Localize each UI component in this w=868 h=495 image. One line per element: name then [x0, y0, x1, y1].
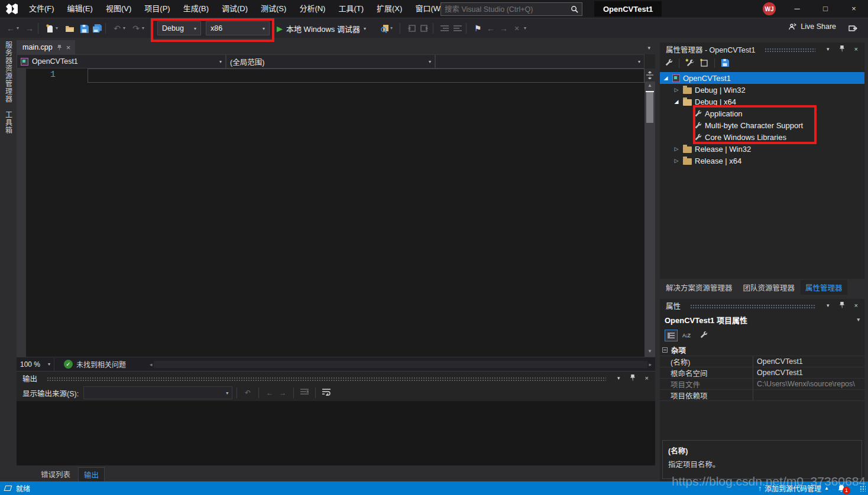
previous-message-icon[interactable]: ←: [263, 389, 276, 397]
navigate-back-dropdown-icon[interactable]: ▾: [17, 25, 19, 31]
menu-item-file[interactable]: 文件(F): [22, 0, 61, 18]
expander-icon[interactable]: ▷: [673, 146, 680, 152]
tree-item-release-x64[interactable]: ▷ Release | x64: [660, 155, 864, 167]
next-message-icon[interactable]: →: [276, 389, 289, 397]
new-file-icon[interactable]: [44, 22, 56, 34]
tab-team-explorer[interactable]: 团队资源管理器: [739, 280, 800, 295]
live-share-button[interactable]: Live Share: [788, 22, 836, 31]
menu-item-debug[interactable]: 调试(D): [215, 0, 254, 18]
expander-icon[interactable]: ▷: [673, 87, 680, 93]
toolbar-overflow-icon[interactable]: ▾: [390, 25, 393, 31]
search-box[interactable]: [441, 2, 582, 16]
property-value[interactable]: [753, 390, 864, 400]
property-row[interactable]: 项目文件 C:\Users\Wenxi\source\repos\: [660, 378, 864, 389]
code-editor[interactable]: 1 ▲ ▼: [17, 69, 655, 357]
categorized-view-icon[interactable]: [665, 330, 678, 341]
close-icon[interactable]: ×: [851, 302, 861, 309]
pin-icon[interactable]: [627, 374, 639, 382]
scrollbar-track[interactable]: [154, 361, 648, 368]
property-value[interactable]: OpenCVTest1: [753, 356, 864, 367]
property-row[interactable]: 项目依赖项: [660, 389, 864, 400]
tree-item-release-win32[interactable]: ▷ Release | Win32: [660, 143, 864, 155]
tree-item-application[interactable]: Application: [660, 108, 864, 119]
zoom-dropdown[interactable]: 100 % ▾: [17, 358, 54, 371]
notifications-button[interactable]: 1: [837, 484, 846, 493]
category-row-misc[interactable]: 杂项: [660, 344, 864, 356]
output-source-dropdown[interactable]: ▾: [83, 386, 232, 399]
menu-item-test[interactable]: 测试(S): [254, 0, 293, 18]
document-health-indicator[interactable]: ✓ 未找到相关问题: [64, 359, 126, 369]
properties-object-dropdown[interactable]: OpenCVTest1 项目属性 ▾: [660, 312, 864, 327]
nav-type-dropdown[interactable]: OpenCVTest1 ▾: [17, 54, 226, 69]
property-row[interactable]: (名称) OpenCVTest1: [660, 356, 864, 367]
window-position-dropdown-icon[interactable]: ▾: [824, 46, 833, 52]
bookmark-icon[interactable]: ⚑: [472, 22, 484, 34]
sidebar-item-toolbox[interactable]: 工具箱: [4, 111, 14, 134]
menu-item-tools[interactable]: 工具(T): [332, 0, 370, 18]
save-all-icon[interactable]: [91, 22, 103, 34]
close-icon[interactable]: ×: [66, 43, 71, 52]
scroll-right-icon[interactable]: ▸: [649, 362, 652, 367]
collapse-category-icon[interactable]: [662, 347, 668, 353]
navigate-forward-icon[interactable]: →: [24, 22, 35, 34]
window-position-dropdown-icon[interactable]: ▾: [824, 302, 833, 308]
split-editor-handle[interactable]: [644, 69, 655, 82]
properties-title-bar[interactable]: 属性 ▾ ×: [660, 299, 864, 312]
tab-output[interactable]: 输出: [78, 467, 105, 482]
scrollbar-thumb[interactable]: [646, 92, 653, 123]
close-icon[interactable]: ×: [851, 45, 861, 53]
nav-scope-dropdown[interactable]: (全局范围) ▾: [226, 54, 435, 69]
toolbar-overflow-icon[interactable]: ▾: [524, 25, 526, 31]
redo-dropdown-icon[interactable]: ▾: [142, 25, 144, 31]
tab-solution-explorer[interactable]: 解决方案资源管理器: [661, 280, 737, 295]
editor-content[interactable]: [88, 69, 644, 357]
alphabetical-sort-icon[interactable]: A↓Z: [682, 333, 690, 338]
undo-dropdown-icon[interactable]: ▾: [123, 25, 125, 31]
tree-item-core-windows-libraries[interactable]: Core Windows Libraries: [660, 131, 864, 143]
property-value[interactable]: OpenCVTest1: [753, 367, 864, 378]
previous-bookmark-icon[interactable]: ←: [485, 22, 497, 34]
properties-icon[interactable]: [665, 58, 673, 69]
expander-icon[interactable]: ◢: [673, 99, 680, 105]
resize-grip[interactable]: [860, 486, 866, 491]
menu-item-extensions[interactable]: 扩展(X): [370, 0, 409, 18]
tree-item-multibyte[interactable]: Multi-byte Character Support: [660, 119, 864, 131]
tree-item-project[interactable]: ◢ OpenCVTest1: [660, 72, 864, 84]
property-manager-title-bar[interactable]: 属性管理器 - OpenCVTest1 ▾ ×: [660, 43, 864, 56]
property-pages-icon[interactable]: [699, 331, 708, 341]
solution-platform-dropdown[interactable]: x86 ▾: [206, 21, 270, 35]
open-file-icon[interactable]: [64, 22, 76, 34]
menu-item-project[interactable]: 项目(P): [138, 0, 176, 18]
save-icon[interactable]: [721, 58, 729, 69]
search-input[interactable]: [445, 5, 571, 14]
close-icon[interactable]: ×: [642, 374, 652, 382]
menu-item-edit[interactable]: 编辑(E): [61, 0, 99, 18]
avatar[interactable]: WJ: [763, 2, 776, 15]
menu-item-view[interactable]: 视图(V): [99, 0, 138, 18]
indent-decrease-icon[interactable]: [439, 22, 451, 34]
navigate-back-icon[interactable]: ←: [5, 22, 17, 34]
new-file-dropdown-icon[interactable]: ▾: [56, 25, 58, 31]
pin-icon[interactable]: [836, 301, 848, 310]
start-debugging-button[interactable]: ▶ 本地 Windows 调试器 ▾: [277, 21, 366, 35]
indent-increase-icon[interactable]: [452, 22, 464, 34]
menu-item-analyze[interactable]: 分析(N): [293, 0, 332, 18]
output-content[interactable]: [17, 401, 655, 465]
close-icon[interactable]: ×: [840, 0, 868, 18]
breakpoint-margin[interactable]: [17, 69, 26, 357]
undo-icon[interactable]: ↶: [111, 22, 123, 34]
maximize-icon[interactable]: □: [811, 0, 840, 18]
attach-process-icon[interactable]: [378, 22, 390, 34]
add-existing-property-sheet-icon[interactable]: [700, 58, 708, 69]
add-to-source-control-button[interactable]: ↑ 添加到源代码管理 ▲: [758, 483, 829, 493]
output-title-bar[interactable]: 输出 ▾ ×: [17, 372, 655, 385]
word-wrap-icon[interactable]: [320, 388, 333, 398]
scroll-left-icon[interactable]: ◂: [150, 362, 153, 367]
menu-item-build[interactable]: 生成(B): [177, 0, 215, 18]
tab-error-list[interactable]: 错误列表: [35, 467, 76, 481]
pin-icon[interactable]: [57, 44, 62, 51]
send-feedback-icon[interactable]: [847, 22, 859, 34]
nav-member-dropdown[interactable]: ▾: [435, 54, 644, 69]
tree-item-debug-win32[interactable]: ▷ Debug | Win32: [660, 84, 864, 96]
redo-icon[interactable]: ↷: [130, 22, 142, 34]
